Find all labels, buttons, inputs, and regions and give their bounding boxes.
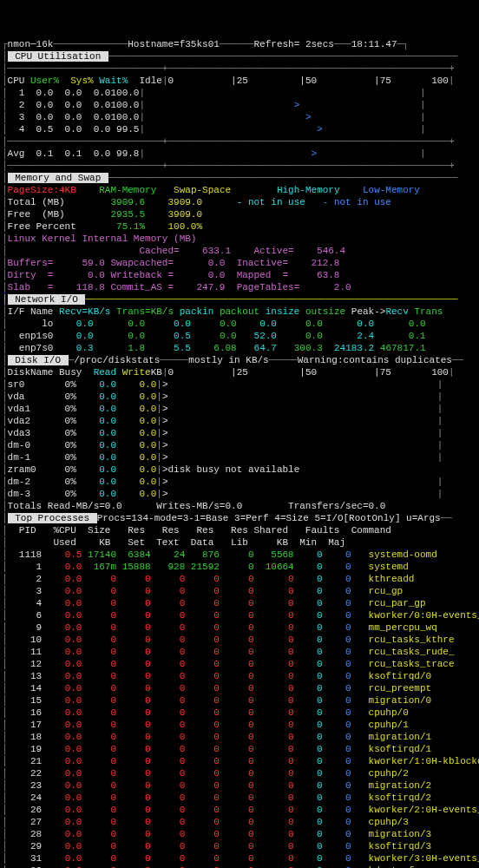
mem-kernel-title: │Linux Kernel Internal Memory (MB) xyxy=(2,233,477,245)
cpu-avg: │Avg 0.1 0.1 0.0 99.8| > | xyxy=(2,148,477,160)
top-hdr2: │ Used KB Set Text Data Lib KB Min Maj xyxy=(2,536,477,549)
process-row: │ 9 0.0 0 0 0 0 0 0 0 0 mm_percpu_wq xyxy=(2,621,477,634)
cpu-section-title: │ CPU Utilisation ──────────────────────… xyxy=(2,50,477,62)
process-row: │ 1118 0.5 17140 6384 24 876 0 5568 0 0 … xyxy=(2,549,477,561)
disk-section-title: │ Disk I/O ─/proc/diskstats─────mostly i… xyxy=(2,354,477,366)
mem-k1: │ Cached= 633.1 Active= 546.4 xyxy=(2,245,477,257)
disk-row: │vda 0% 0.0 0.0|> | xyxy=(2,391,477,403)
disk-row: │vda3 0% 0.0 0.0|> | xyxy=(2,427,477,439)
cpu-row: │ 1 0.0 0.0 0.0100.0| | xyxy=(2,87,477,99)
process-row: │ 10 0.0 0 0 0 0 0 0 0 0 rcu_tasks_kthre xyxy=(2,634,477,646)
process-row: │ 13 0.0 0 0 0 0 0 0 0 0 ksoftirqd/0 xyxy=(2,670,477,682)
process-row: │ 29 0.0 0 0 0 0 0 0 0 0 ksoftirqd/3 xyxy=(2,840,477,852)
disk-row: │dm-2 0% 0.0 0.0|> | xyxy=(2,476,477,488)
disk-row: │sr0 0% 0.0 0.0|> | xyxy=(2,378,477,391)
net-header: │I/F Name Recv=KB/s Trans=KB/s packin pa… xyxy=(2,306,477,318)
process-row: │ 26 0.0 0 0 0 0 0 0 0 0 kworker/2:0H-ev… xyxy=(2,804,477,816)
process-row: │ 6 0.0 0 0 0 0 0 0 0 0 kworker/0:0H-eve… xyxy=(2,609,477,621)
disk-row: │dm-1 0% 0.0 0.0|> | xyxy=(2,451,477,464)
cpu-divider: │───────────────────────────+───────────… xyxy=(2,135,477,148)
mem-k2: │Buffers= 59.0 Swapcached= 0.0 Inactive=… xyxy=(2,257,477,269)
mem-pct: │Free Percent 75.1% 100.0% xyxy=(2,220,477,233)
disk-totals: │Totals Read-MB/s=0.0 Writes-MB/s=0.0 Tr… xyxy=(2,500,477,512)
process-row: │ 1 0.0 167m 15888 928 21592 0 10664 0 0… xyxy=(2,561,477,573)
process-row: │ 23 0.0 0 0 0 0 0 0 0 0 migration/2 xyxy=(2,779,477,792)
process-row: │ 14 0.0 0 0 0 0 0 0 0 0 rcu_preempt xyxy=(2,682,477,694)
disk-row: │vda1 0% 0.0 0.0|> | xyxy=(2,403,477,415)
process-row: │ 22 0.0 0 0 0 0 0 0 0 0 cpuhp/2 xyxy=(2,767,477,779)
net-row: │ enp7s0 0.3 1.8 5.5 6.08 64.7 300.3 241… xyxy=(2,342,477,354)
process-row: │ 11 0.0 0 0 0 0 0 0 0 0 rcu_tasks_rude_ xyxy=(2,646,477,658)
process-row: │ 28 0.0 0 0 0 0 0 0 0 0 migration/3 xyxy=(2,828,477,840)
process-row: │ 3 0.0 0 0 0 0 0 0 0 0 rcu_gp xyxy=(2,585,477,597)
process-row: │ 32 0.0 0 0 0 0 0 0 0 0 kdevtmpfs xyxy=(2,865,477,868)
process-row: │ 12 0.0 0 0 0 0 0 0 0 0 rcu_tasks_trace xyxy=(2,658,477,670)
cpu-header: │CPU User% Sys% Wait% Idle|0 |25 |50 |75… xyxy=(2,75,477,87)
mem-cols: │PageSize:4KB RAM-Memory Swap-Space High… xyxy=(2,184,477,196)
mem-free: │Free (MB) 2935.5 3909.0 xyxy=(2,208,477,220)
top-hdr1: │ PID %CPU Size Res Res Res Res Shared F… xyxy=(2,524,477,536)
disk-row: │zram0 0% 0.0 0.0|>disk busy not availab… xyxy=(2,464,477,476)
process-row: │ 16 0.0 0 0 0 0 0 0 0 0 cpuhp/0 xyxy=(2,707,477,719)
process-row: │ 19 0.0 0 0 0 0 0 0 0 0 ksoftirqd/1 xyxy=(2,743,477,755)
hostname: Hostname=f35ks01 xyxy=(128,39,220,49)
clock: 18:11.47 xyxy=(351,39,397,49)
process-row: │ 15 0.0 0 0 0 0 0 0 0 0 migration/0 xyxy=(2,694,477,707)
net-row: │ lo 0.0 0.0 0.0 0.0 0.0 0.0 0.0 0.0 xyxy=(2,318,477,330)
process-row: │ 2 0.0 0 0 0 0 0 0 0 0 kthreadd xyxy=(2,573,477,585)
disk-row: │dm-3 0% 0.0 0.0|> | xyxy=(2,488,477,500)
mem-section-title: │ Memory and Swap ──────────────────────… xyxy=(2,172,477,184)
process-row: │ 17 0.0 0 0 0 0 0 0 0 0 cpuhp/1 xyxy=(2,719,477,731)
disk-row: │vda2 0% 0.0 0.0|> | xyxy=(2,415,477,427)
net-section-title: │ Network I/O ──────────────────────────… xyxy=(2,293,477,306)
net-row: │ enp1s0 0.0 0.0 0.5 0.0 52.0 0.0 2.4 0.… xyxy=(2,330,477,342)
disk-header: │DiskName Busy Read WriteKB|0 |25 |50 |7… xyxy=(2,366,477,378)
cpu-row: │ 4 0.5 0.0 0.0 99.5| > | xyxy=(2,123,477,135)
process-row: │ 4 0.0 0 0 0 0 0 0 0 0 rcu_par_gp xyxy=(2,597,477,609)
process-row: │ 21 0.0 0 0 0 0 0 0 0 0 kworker/1:0H-kb… xyxy=(2,755,477,767)
process-row: │ 24 0.0 0 0 0 0 0 0 0 0 ksoftirqd/2 xyxy=(2,792,477,804)
cpu-row: │ 2 0.0 0.0 0.0100.0| > | xyxy=(2,99,477,111)
mem-k3: │Dirty = 0.0 Writeback = 0.0 Mapped = 63… xyxy=(2,269,477,281)
topbar: ┌nmon─16k─────────────Hostname=f35ks01──… xyxy=(2,38,477,50)
process-row: │ 31 0.0 0 0 0 0 0 0 0 0 kworker/3:0H-ev… xyxy=(2,852,477,865)
cpu-border: │───────────────────────────+───────────… xyxy=(2,62,477,75)
process-row: │ 18 0.0 0 0 0 0 0 0 0 0 migration/1 xyxy=(2,731,477,743)
mem-total: │Total (MB) 3909.6 3909.0 - not in use -… xyxy=(2,196,477,208)
mem-k4: │Slab = 118.8 Commit_AS = 247.9 PageTabl… xyxy=(2,281,477,293)
cpu-row: │ 3 0.0 0.0 0.0100.0| > | xyxy=(2,111,477,123)
cpu-border: │───────────────────────────+───────────… xyxy=(2,160,477,172)
top-section-title: │ Top Processes Procs=134-mode=3-1=Base … xyxy=(2,512,477,524)
app-name: nmon─16k xyxy=(8,39,54,49)
refresh: Refresh= 2secs xyxy=(253,39,333,49)
disk-row: │dm-0 0% 0.0 0.0|> | xyxy=(2,439,477,451)
process-row: │ 27 0.0 0 0 0 0 0 0 0 0 cpuhp/3 xyxy=(2,816,477,828)
